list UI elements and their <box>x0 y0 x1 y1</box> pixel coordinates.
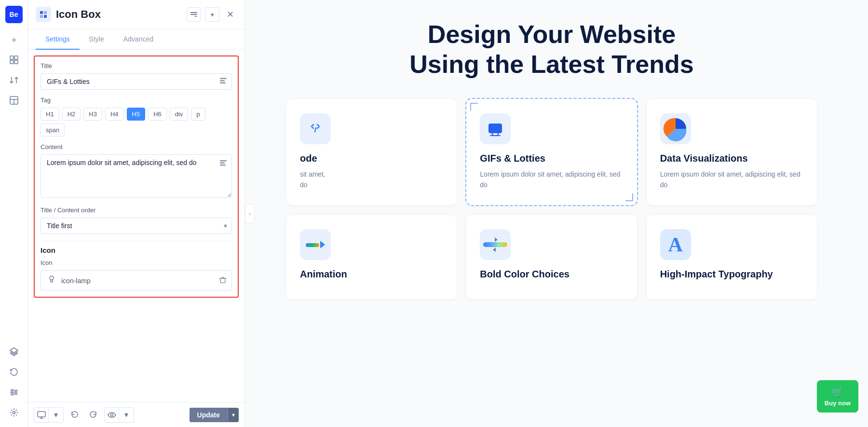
settings-panel: Icon Box ▾ ✕ Settings Style Advanced Tit… <box>28 0 245 427</box>
panel-title: Icon Box <box>56 8 182 21</box>
panel-collapse-button[interactable]: ‹ <box>245 204 255 223</box>
tag-p[interactable]: p <box>191 108 205 121</box>
buy-now-icon: 🛒 <box>831 386 843 398</box>
card-code-desc: sit amet,do <box>300 169 443 191</box>
buy-now-button[interactable]: 🛒 Buy now <box>817 380 858 413</box>
device-arrow-button[interactable]: ▾ <box>49 408 63 422</box>
order-select[interactable]: Title first Content first <box>41 218 232 234</box>
svg-rect-18 <box>190 12 197 13</box>
settings-icon[interactable] <box>5 404 23 421</box>
svg-rect-24 <box>220 163 225 164</box>
svg-rect-27 <box>220 278 225 283</box>
tag-h3[interactable]: H3 <box>83 108 102 121</box>
desktop-view-button[interactable] <box>34 408 49 422</box>
svg-rect-21 <box>220 80 225 82</box>
svg-point-13 <box>13 412 15 414</box>
svg-rect-16 <box>40 15 43 18</box>
filter-icon[interactable] <box>5 384 23 401</box>
tab-advanced[interactable]: Advanced <box>114 29 163 50</box>
update-main-button[interactable]: Update <box>190 408 228 422</box>
tag-h2[interactable]: H2 <box>62 108 81 121</box>
update-button-group: Update ▾ <box>190 408 239 422</box>
panel-header-actions: ▾ ✕ <box>187 7 237 22</box>
svg-rect-23 <box>220 160 227 162</box>
canvas-heading: Design Your Website Using the Latest Tre… <box>259 19 844 80</box>
tag-div[interactable]: div <box>170 108 189 121</box>
sort-icon[interactable] <box>5 71 23 89</box>
icon-label: Icon <box>41 259 232 266</box>
tag-h6[interactable]: H6 <box>148 108 167 121</box>
content-textarea[interactable]: Lorem ipsum dolor sit amet, adipiscing e… <box>41 154 232 198</box>
tag-label: Tag <box>41 96 232 104</box>
view-button[interactable] <box>105 408 119 422</box>
card-animation-title: Animation <box>300 269 443 280</box>
card-corner-tl <box>470 103 478 110</box>
icon-lamp-preview <box>46 275 57 287</box>
card-bold-color: Bold Color Choices <box>466 215 637 299</box>
sidebar: Be ＋ <box>0 0 28 427</box>
history-icon[interactable] <box>5 363 23 381</box>
svg-rect-35 <box>483 242 507 247</box>
buy-now-label: Buy now <box>825 399 851 407</box>
card-gifs: GIFs & Lotties Lorem ipsum dolor sit ame… <box>466 99 637 205</box>
card-bold-color-icon <box>480 229 511 260</box>
icon-section-label: Icon <box>41 246 232 254</box>
tag-h5[interactable]: H5 <box>127 108 146 121</box>
undo-button[interactable] <box>68 408 82 422</box>
card-dataviz-icon <box>660 113 691 144</box>
title-input-icon[interactable] <box>219 77 227 86</box>
page-heading: Design Your Website Using the Latest Tre… <box>402 19 701 80</box>
svg-rect-15 <box>44 11 47 14</box>
svg-rect-30 <box>488 124 502 133</box>
content-input-wrapper: Lorem ipsum dolor sit amet, adipiscing e… <box>41 154 232 200</box>
card-code-icon <box>300 113 331 144</box>
svg-marker-37 <box>493 248 496 252</box>
card-code-title: ode <box>300 153 443 164</box>
divider-1 <box>41 241 232 241</box>
panel-dropdown-button[interactable]: ▾ <box>205 7 219 22</box>
card-gifs-icon <box>480 113 511 144</box>
svg-rect-3 <box>14 60 18 64</box>
tag-span[interactable]: span <box>41 124 65 137</box>
title-label: Title <box>41 62 232 69</box>
svg-rect-28 <box>38 412 45 417</box>
card-animation: Animation <box>286 215 457 299</box>
view-options: ▾ <box>104 407 134 423</box>
svg-point-26 <box>50 276 54 280</box>
panel-close-button[interactable]: ✕ <box>223 8 237 21</box>
panel-options-button[interactable] <box>187 7 201 22</box>
layers-icon[interactable] <box>5 343 23 360</box>
card-gifs-title: GIFs & Lotties <box>480 153 623 164</box>
panel-header: Icon Box ▾ ✕ <box>28 0 244 29</box>
layout-icon[interactable] <box>5 51 23 69</box>
card-gifs-desc: Lorem ipsum dolor sit amet, adipiscing e… <box>480 169 623 191</box>
content-label: Content <box>41 143 232 151</box>
svg-rect-33 <box>306 243 319 247</box>
update-dropdown-button[interactable]: ▾ <box>228 408 239 422</box>
svg-rect-17 <box>44 15 47 18</box>
svg-rect-1 <box>14 56 18 59</box>
svg-rect-0 <box>10 56 14 59</box>
svg-point-8 <box>15 391 17 393</box>
tag-h1[interactable]: H1 <box>41 108 59 121</box>
panel-tabs: Settings Style Advanced <box>28 29 244 50</box>
card-code: ode sit amet,do <box>286 99 457 205</box>
svg-rect-19 <box>190 14 197 15</box>
redo-button[interactable] <box>86 408 100 422</box>
tab-settings[interactable]: Settings <box>36 29 80 50</box>
template-icon[interactable] <box>5 92 23 109</box>
bottom-toolbar: ▾ ▾ Update ▾ <box>28 402 244 427</box>
tag-h4[interactable]: H4 <box>105 108 124 121</box>
tab-style[interactable]: Style <box>80 29 114 50</box>
panel-section-main: Title Tag H1 H2 H3 H4 H5 H6 div p span <box>34 55 239 298</box>
icon-delete-button[interactable] <box>219 276 227 285</box>
content-input-icon[interactable] <box>219 159 227 168</box>
view-arrow-button[interactable]: ▾ <box>119 408 134 422</box>
add-icon[interactable]: ＋ <box>5 31 23 48</box>
icon-input-row: icon-lamp <box>41 270 232 291</box>
title-input[interactable] <box>41 73 232 90</box>
panel-icon <box>36 7 51 22</box>
main-canvas: ‹ Design Your Website Using the Latest T… <box>245 0 868 427</box>
title-input-wrapper <box>41 73 232 90</box>
card-animation-icon <box>300 229 331 260</box>
